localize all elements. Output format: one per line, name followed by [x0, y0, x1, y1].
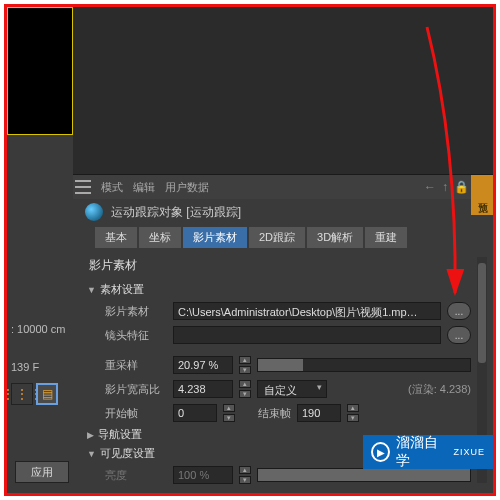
triangle-down-icon: ▼	[87, 285, 96, 295]
aspect-field[interactable]: 4.238	[173, 380, 233, 398]
menu-icon[interactable]	[75, 180, 91, 194]
arrow-up-icon[interactable]: ↑	[442, 180, 448, 194]
browse-footage-button[interactable]: ...	[447, 302, 471, 320]
apply-button[interactable]: 应用	[15, 461, 69, 483]
end-frame-label: 结束帧	[241, 406, 291, 421]
tab-basic[interactable]: 基本	[95, 227, 137, 248]
start-frame-spinner[interactable]: ▴▾	[223, 404, 235, 422]
brightness-spinner: ▴▾	[239, 466, 251, 484]
viewport-thumbnail	[7, 7, 73, 135]
tab-footage[interactable]: 影片素材	[183, 227, 247, 248]
end-frame-spinner[interactable]: ▴▾	[347, 404, 359, 422]
resample-slider[interactable]	[257, 358, 471, 372]
section-material-label: 素材设置	[100, 282, 144, 297]
row-resample: 重采样 20.97 % ▴▾	[85, 353, 475, 377]
row-aspect: 影片宽高比 4.238 ▴▾ 自定义 (渲染: 4.238)	[85, 377, 475, 401]
film-view-button[interactable]: ▤	[36, 383, 58, 405]
menu-mode[interactable]: 模式	[101, 180, 123, 195]
attribute-tabs: 基本 坐标 影片素材 2D跟踪 3D解析 重建	[95, 227, 407, 248]
lens-label: 镜头特征	[105, 328, 167, 343]
row-footage-path: 影片素材 C:\Users\Administrator\Desktop\图片\视…	[85, 299, 475, 323]
brightness-label: 亮度	[105, 468, 167, 483]
lock-icon[interactable]: 🔒	[454, 180, 469, 194]
footage-path-field[interactable]: C:\Users\Administrator\Desktop\图片\视频1.mp…	[173, 302, 441, 320]
tab-2d-track[interactable]: 2D跟踪	[249, 227, 305, 248]
aspect-mode-select[interactable]: 自定义	[257, 380, 327, 398]
attribute-toolbar: 模式 编辑 用户数据 ← ↑ 🔒 ◉	[73, 175, 487, 199]
footage-label: 影片素材	[105, 304, 167, 319]
triangle-right-icon: ▶	[87, 430, 94, 440]
brightness-field: 100 %	[173, 466, 233, 484]
section-visibility-label: 可见度设置	[100, 446, 155, 461]
resample-label: 重采样	[105, 358, 167, 373]
left-info: : 10000 cm 139 F ⋮⋮⋮ ▤	[7, 317, 77, 409]
resample-spinner[interactable]: ▴▾	[239, 356, 251, 374]
lens-field[interactable]	[173, 326, 441, 344]
watermark-sub: ZIXUE	[453, 447, 485, 457]
row-frame-range: 开始帧 0 ▴▾ 结束帧 190 ▴▾	[85, 401, 475, 425]
tab-reconstruct[interactable]: 重建	[365, 227, 407, 248]
section-material-settings[interactable]: ▼ 素材设置	[85, 280, 475, 299]
section-nav-label: 导航设置	[98, 427, 142, 442]
aspect-label: 影片宽高比	[105, 382, 167, 397]
grid-view-button[interactable]: ⋮⋮⋮	[11, 383, 33, 405]
menu-edit[interactable]: 编辑	[133, 180, 155, 195]
end-frame-field[interactable]: 190	[297, 404, 341, 422]
object-title: 运动跟踪对象 [运动跟踪]	[111, 204, 241, 221]
aspect-spinner[interactable]: ▴▾	[239, 380, 251, 398]
viewport-main[interactable]	[73, 7, 493, 175]
browse-lens-button[interactable]: ...	[447, 326, 471, 344]
row-lens: 镜头特征 ...	[85, 323, 475, 347]
render-aspect-text: (渲染: 4.238)	[408, 382, 471, 397]
preview-tab[interactable]: 预览	[471, 175, 493, 215]
resample-field[interactable]: 20.97 %	[173, 356, 233, 374]
motion-tracker-icon	[85, 203, 103, 221]
tab-coord[interactable]: 坐标	[139, 227, 181, 248]
panel-title: 影片素材	[85, 253, 475, 280]
triangle-down-icon: ▼	[87, 449, 96, 459]
arrow-left-icon[interactable]: ←	[424, 180, 436, 194]
brightness-slider	[257, 468, 471, 482]
start-frame-field[interactable]: 0	[173, 404, 217, 422]
watermark-brand: 溜溜自学	[396, 434, 449, 470]
frame-readout: 139 F	[7, 355, 77, 379]
start-frame-label: 开始帧	[105, 406, 167, 421]
play-icon: ▶	[371, 442, 390, 462]
distance-readout: : 10000 cm	[7, 317, 77, 341]
object-header: 运动跟踪对象 [运动跟踪]	[85, 203, 241, 221]
tab-3d-solve[interactable]: 3D解析	[307, 227, 363, 248]
menu-userdata[interactable]: 用户数据	[165, 180, 209, 195]
watermark: ▶ 溜溜自学 ZIXUE	[363, 435, 493, 469]
